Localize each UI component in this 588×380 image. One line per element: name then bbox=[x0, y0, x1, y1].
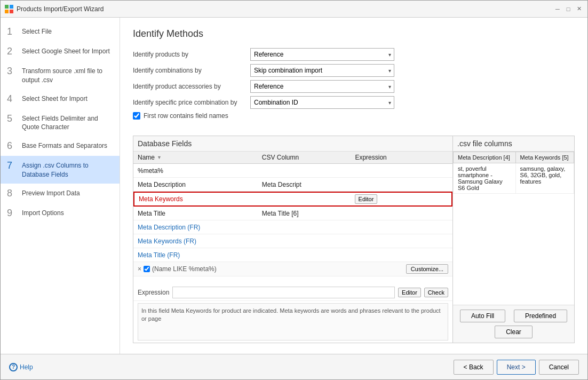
next-button[interactable]: Next > bbox=[497, 360, 536, 375]
sidebar-num-5: 5 bbox=[7, 113, 18, 124]
checkbox-first-row[interactable] bbox=[133, 112, 140, 120]
sidebar-label-3: Transform source .xml file to output .cs… bbox=[22, 66, 113, 85]
help-icon: ? bbox=[9, 363, 18, 371]
checkbox-row-fieldnames: First row contains field names bbox=[133, 112, 575, 120]
db-row-meta-keywords[interactable]: Meta Keywords Editor bbox=[133, 192, 452, 207]
select-identify-products[interactable]: Reference bbox=[250, 48, 394, 61]
maximize-button[interactable]: □ bbox=[564, 5, 573, 13]
sidebar-label-1: Select File bbox=[22, 26, 52, 36]
sidebar-item-transform-xml[interactable]: 3 Transform source .xml file to output .… bbox=[1, 61, 120, 89]
identify-methods-section: Identify products by Reference Identify … bbox=[133, 48, 575, 127]
db-table-header: Name ▼ CSV Column Expression bbox=[133, 152, 452, 164]
nav-buttons: < Back Next > Cancel bbox=[454, 360, 579, 375]
sidebar-label-5: Select Fields Delimiter and Quote Charac… bbox=[22, 113, 113, 132]
main-content: Identify Methods Identify products by Re… bbox=[120, 18, 587, 354]
db-field-name-meta-meta: %meta% bbox=[138, 167, 262, 175]
sidebar-num-6: 6 bbox=[7, 140, 18, 152]
form-row-accessories: Identify product accessories by Referenc… bbox=[133, 80, 575, 93]
meta-keywords-csv-input[interactable] bbox=[262, 195, 305, 203]
svg-rect-1 bbox=[10, 5, 13, 9]
sort-icon[interactable]: ▼ bbox=[157, 155, 162, 160]
sidebar-label-8: Preview Import Data bbox=[22, 188, 80, 198]
expression-input[interactable] bbox=[172, 287, 395, 298]
csv-col-header-0: Meta Description [4] bbox=[454, 152, 516, 163]
db-row-meta-kw-fr[interactable]: Meta Keywords (FR) bbox=[133, 234, 452, 248]
db-table: Name ▼ CSV Column Expression %meta% bbox=[133, 152, 452, 284]
select-identify-combinations[interactable]: Skip combination import bbox=[250, 64, 394, 77]
csv-cell-0-1: samsung, galaxy, S6, 32GB, gold, feature… bbox=[515, 163, 574, 194]
select-identify-price[interactable]: Combination ID bbox=[250, 96, 394, 109]
select-wrap-price: Combination ID bbox=[250, 96, 394, 109]
filter-clear-button[interactable]: × bbox=[138, 265, 141, 273]
db-field-expr-meta-keywords: Editor bbox=[355, 194, 447, 204]
sidebar-item-select-file[interactable]: 1 Select File bbox=[1, 22, 120, 42]
db-row-meta-title-fr[interactable]: Meta Title (FR) bbox=[133, 248, 452, 262]
csv-table: Meta Description [4] Meta Keywords [5] s… bbox=[453, 152, 574, 194]
sidebar-item-import-options[interactable]: 9 Import Options bbox=[1, 203, 120, 223]
help-link[interactable]: ? Help bbox=[9, 363, 33, 371]
sidebar-num-2: 2 bbox=[7, 46, 18, 57]
db-field-name-meta-keywords: Meta Keywords bbox=[139, 195, 262, 203]
page-title: Identify Methods bbox=[133, 28, 575, 39]
db-row-meta-title[interactable]: Meta Title Meta Title [6] bbox=[133, 207, 452, 220]
sidebar-item-assign-columns[interactable]: 7 Assign .csv Columns to Database Fields bbox=[1, 156, 120, 184]
predefined-button[interactable]: Predefined bbox=[514, 310, 567, 322]
back-button[interactable]: < Back bbox=[454, 360, 494, 375]
csv-panel: .csv file columns Meta Description [4] M… bbox=[453, 136, 575, 343]
db-row-meta-meta[interactable]: %meta% bbox=[133, 164, 452, 178]
sidebar-num-3: 3 bbox=[7, 66, 18, 77]
db-field-name-meta-desc: Meta Description bbox=[138, 181, 262, 188]
select-identify-accessories[interactable]: Reference bbox=[250, 80, 394, 93]
db-field-csv-meta-desc: Meta Descript bbox=[262, 181, 355, 188]
label-identify-price: Identify specific price combination by bbox=[133, 99, 250, 106]
customize-button[interactable]: Customize... bbox=[406, 264, 448, 274]
csv-actions: Auto Fill Predefined Clear bbox=[453, 305, 574, 343]
sidebar-label-9: Import Options bbox=[22, 208, 64, 218]
filter-checkbox[interactable] bbox=[144, 266, 150, 272]
db-field-name-meta-title-fr: Meta Title (FR) bbox=[138, 251, 262, 259]
help-label: Help bbox=[20, 363, 33, 371]
csv-cell-0-0: st, poverful smartphone - Samsung Galaxy… bbox=[454, 163, 516, 194]
cancel-button[interactable]: Cancel bbox=[539, 360, 579, 375]
svg-rect-3 bbox=[10, 10, 13, 13]
db-row-meta-desc-fr[interactable]: Meta Description (FR) bbox=[133, 220, 452, 234]
sidebar-num-8: 8 bbox=[7, 188, 18, 199]
svg-rect-0 bbox=[5, 5, 9, 9]
sidebar-item-base-formats[interactable]: 6 Base Formats and Separators bbox=[1, 136, 120, 156]
window-title: Products Import/Export Wizard bbox=[17, 5, 104, 13]
db-field-name-meta-title: Meta Title bbox=[138, 210, 262, 217]
auto-fill-button[interactable]: Auto Fill bbox=[460, 310, 505, 322]
minimize-button[interactable]: ─ bbox=[553, 5, 562, 13]
sidebar-item-google-sheet[interactable]: 2 Select Google Sheet for Import bbox=[1, 42, 120, 61]
csv-col-header-1: Meta Keywords [5] bbox=[515, 152, 574, 163]
select-wrap-accessories: Reference bbox=[250, 80, 394, 93]
form-row-products: Identify products by Reference bbox=[133, 48, 575, 61]
db-field-name-meta-desc-fr: Meta Description (FR) bbox=[138, 224, 262, 231]
sidebar-item-preview-import[interactable]: 8 Preview Import Data bbox=[1, 184, 120, 203]
label-identify-combinations: Identify combinations by bbox=[133, 67, 250, 74]
filter-text: (Name LIKE %meta%) bbox=[152, 265, 404, 273]
select-wrap-combinations: Skip combination import bbox=[250, 64, 394, 77]
form-row-price-combination: Identify specific price combination by C… bbox=[133, 96, 575, 109]
sidebar-label-4: Select Sheet for Import bbox=[22, 93, 88, 104]
sidebar-item-select-sheet[interactable]: 4 Select Sheet for Import bbox=[1, 89, 120, 109]
editor-button[interactable]: Editor bbox=[398, 288, 421, 297]
label-identify-accessories: Identify product accessories by bbox=[133, 83, 250, 90]
panels-area: Database Fields Name ▼ CSV Column Expres… bbox=[133, 136, 575, 343]
db-panel-title: Database Fields bbox=[133, 136, 452, 152]
db-field-name-meta-kw-fr: Meta Keywords (FR) bbox=[138, 238, 262, 245]
check-button[interactable]: Check bbox=[424, 288, 448, 297]
sidebar-num-9: 9 bbox=[7, 208, 18, 219]
csv-table-area: Meta Description [4] Meta Keywords [5] s… bbox=[453, 152, 574, 305]
clear-button[interactable]: Clear bbox=[495, 326, 533, 338]
svg-rect-2 bbox=[5, 10, 9, 13]
form-row-combinations: Identify combinations by Skip combinatio… bbox=[133, 64, 575, 77]
close-button[interactable]: ✕ bbox=[575, 5, 583, 13]
db-field-csv-meta-keywords bbox=[262, 195, 354, 203]
sidebar-item-fields-delimiter[interactable]: 5 Select Fields Delimiter and Quote Char… bbox=[1, 109, 120, 137]
db-row-meta-desc[interactable]: Meta Description Meta Descript bbox=[133, 178, 452, 192]
bottom-bar: ? Help < Back Next > Cancel bbox=[1, 354, 587, 379]
csv-panel-title: .csv file columns bbox=[453, 136, 574, 152]
editor-inline-button[interactable]: Editor bbox=[355, 194, 378, 204]
sidebar-num-7: 7 bbox=[7, 160, 18, 171]
